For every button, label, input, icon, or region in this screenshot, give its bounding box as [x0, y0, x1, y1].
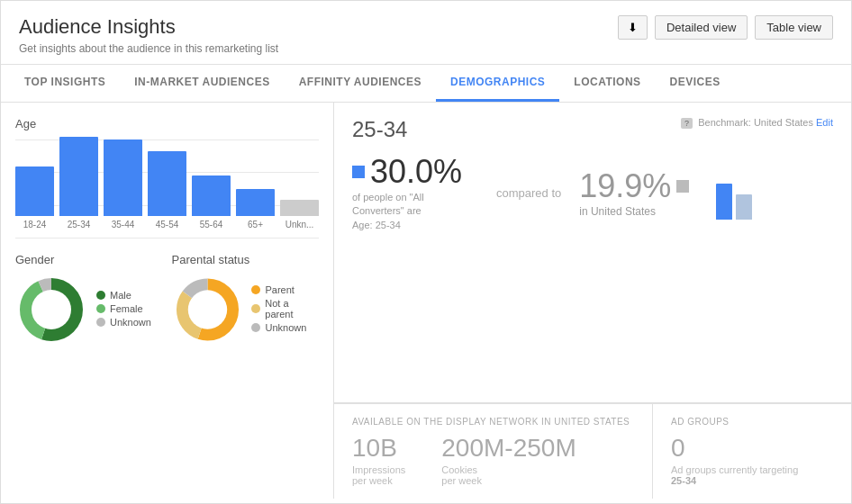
cookies-block: 200M-250M Cookies per week	[441, 434, 576, 486]
mini-bar-benchmark	[736, 194, 752, 220]
gender-donut-chart	[15, 274, 87, 346]
main-percent: 30.0%	[352, 153, 478, 191]
segment-stats: 30.0% of people on "All Converters" are …	[352, 153, 833, 232]
legend-female: Female	[96, 303, 151, 314]
bar-segment	[148, 151, 186, 216]
impressions-label: Impressions per week	[352, 464, 405, 486]
blue-square-icon	[352, 166, 365, 178]
benchmark: ? Benchmark: United States Edit	[681, 117, 833, 128]
parental-legend: Parent Not a parent Unknown	[251, 284, 319, 336]
bar-segment	[15, 166, 54, 216]
legend-unknown-parental: Unknown	[251, 322, 319, 333]
bar-label: Unkn...	[286, 220, 314, 230]
page-title: Audience Insights	[19, 15, 278, 39]
tab-top-insights[interactable]: TOP INSIGHTS	[10, 65, 120, 102]
parent-label: Parent	[265, 284, 294, 295]
unknown-gender-label: Unknown	[110, 317, 151, 328]
main-desc-line2: Age: 25-34	[352, 220, 401, 230]
bar-label: 25-34	[68, 220, 91, 230]
parental-donut-wrap: Parent Not a parent Unknown	[172, 274, 320, 346]
age-section-title: Age	[15, 117, 319, 130]
parental-donut-chart	[172, 274, 243, 346]
bottom-stats: AVAILABLE ON THE DISPLAY NETWORK IN UNIT…	[334, 403, 851, 499]
page-subtitle: Get insights about the audience in this …	[19, 42, 278, 55]
parental-title: Parental status	[172, 253, 320, 266]
us-label: in United States	[579, 205, 689, 218]
tab-bar: TOP INSIGHTS IN-MARKET AUDIENCES AFFINIT…	[1, 65, 851, 103]
impressions-value: 10B	[352, 434, 405, 463]
mini-bar-chart	[716, 175, 752, 220]
svg-point-7	[187, 290, 226, 328]
segment-detail: 25-34 ? Benchmark: United States Edit 30…	[334, 103, 851, 403]
table-view-button[interactable]: Table view	[755, 15, 833, 40]
us-percent-value: 19.9%	[579, 167, 671, 205]
segment-title: 25-34	[352, 117, 407, 142]
compared-to-label: compared to	[496, 186, 561, 200]
network-values: 10B Impressions per week 200M-250M Cooki…	[352, 434, 634, 486]
header-actions: ⬇ Detailed view Table view	[618, 15, 833, 40]
main-percent-value: 30.0%	[370, 153, 462, 191]
gridline	[15, 238, 319, 238]
unknown-gender-dot	[96, 318, 105, 327]
ad-groups-cell: AD GROUPS 0 Ad groups currently targetin…	[653, 404, 851, 499]
impressions-label-text: Impressions	[352, 464, 405, 475]
female-dot	[96, 304, 105, 313]
main-desc-line1: of people on "All Converters" are	[352, 192, 424, 216]
tab-locations[interactable]: LOCATIONS	[559, 65, 655, 102]
tab-affinity[interactable]: AFFINITY AUDIENCES	[285, 65, 436, 102]
cookies-sub: per week	[441, 475, 482, 486]
legend-not-parent: Not a parent	[251, 298, 319, 320]
impressions-sub: per week	[352, 475, 393, 486]
not-parent-dot	[251, 304, 260, 313]
gender-legend: Male Female Unknown	[96, 290, 151, 330]
us-percent: 19.9%	[579, 167, 689, 205]
bar-label: 45-54	[156, 220, 179, 230]
legend-male: Male	[96, 290, 151, 301]
tab-demographics[interactable]: DEMOGRAPHICS	[436, 65, 559, 102]
parent-dot	[251, 285, 260, 294]
ad-groups-target: 25-34	[671, 475, 696, 486]
bottom-charts: Gender Male	[15, 253, 319, 346]
bar-35-44[interactable]: 35-44	[104, 140, 142, 230]
ad-groups-desc-text: Ad groups currently targeting	[671, 464, 798, 475]
bar-segment	[192, 176, 231, 216]
bar-label: 35-44	[112, 220, 135, 230]
ad-groups-header: AD GROUPS	[671, 417, 833, 427]
unknown-parental-dot	[251, 323, 260, 332]
cookies-value: 200M-250M	[441, 434, 576, 463]
parental-section: Parental status Parent	[172, 253, 320, 346]
age-bar-chart: 18-24 25-34 35-44 45-54 55-64	[15, 140, 319, 238]
not-parent-label: Not a parent	[265, 298, 319, 320]
bar-label: 55-64	[200, 220, 223, 230]
bar-55-64[interactable]: 55-64	[192, 176, 231, 230]
benchmark-edit-link[interactable]: Edit	[816, 117, 833, 128]
bar-45-54[interactable]: 45-54	[148, 151, 186, 230]
ad-groups-value: 0	[671, 434, 833, 463]
right-panel: 25-34 ? Benchmark: United States Edit 30…	[334, 103, 851, 499]
benchmark-label: Benchmark: United States	[698, 117, 813, 128]
bar-65plus[interactable]: 65+	[236, 189, 275, 230]
cookies-label: Cookies per week	[441, 464, 576, 486]
bar-label: 65+	[248, 220, 263, 230]
us-stat-block: 19.9% in United States	[579, 167, 689, 218]
legend-parent: Parent	[251, 284, 319, 295]
bar-18-24[interactable]: 18-24	[15, 166, 54, 230]
female-label: Female	[110, 303, 143, 314]
download-button[interactable]: ⬇	[618, 15, 648, 40]
gender-donut-wrap: Male Female Unknown	[15, 274, 163, 346]
bar-label: 18-24	[23, 220, 47, 230]
segment-header: 25-34 ? Benchmark: United States Edit	[352, 117, 833, 153]
svg-point-3	[32, 290, 71, 329]
male-dot	[96, 291, 105, 300]
tab-devices[interactable]: DEVICES	[656, 65, 735, 102]
age-bars: 18-24 25-34 35-44 45-54 55-64	[15, 140, 319, 230]
detailed-view-button[interactable]: Detailed view	[655, 15, 748, 40]
ad-groups-desc: Ad groups currently targeting 25-34	[671, 464, 833, 486]
main-content: Age 18-24 25-34 35-44	[1, 103, 851, 499]
bar-unknown[interactable]: Unkn...	[280, 200, 319, 230]
tab-in-market[interactable]: IN-MARKET AUDIENCES	[120, 65, 284, 102]
bar-segment	[280, 200, 319, 216]
gender-section: Gender Male	[15, 253, 163, 346]
legend-unknown-gender: Unknown	[96, 317, 151, 328]
bar-25-34[interactable]: 25-34	[59, 137, 98, 230]
